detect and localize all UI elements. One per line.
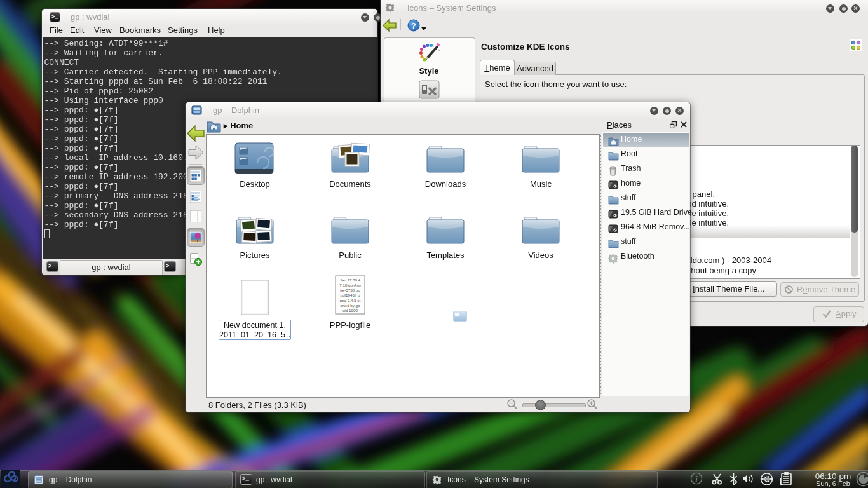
svg-text:Jan 17 09:4: Jan 17 09:4 [340,278,361,282]
svg-text:arted by gp: arted by gp [341,303,361,308]
svg-text:ire-5738 pp: ire-5738 pp [340,288,360,292]
svg-text:i: i [695,474,698,484]
svg-text:pd[1946]: p: pd[1946]: p [341,293,361,297]
svg-text:ppd 2.4.5 st: ppd 2.4.5 st [340,298,361,302]
svg-text:7:18 gp-Asp: 7:18 gp-Asp [339,283,361,287]
svg-text:uid 1000: uid 1000 [342,308,358,313]
svg-text:?: ? [411,21,416,30]
